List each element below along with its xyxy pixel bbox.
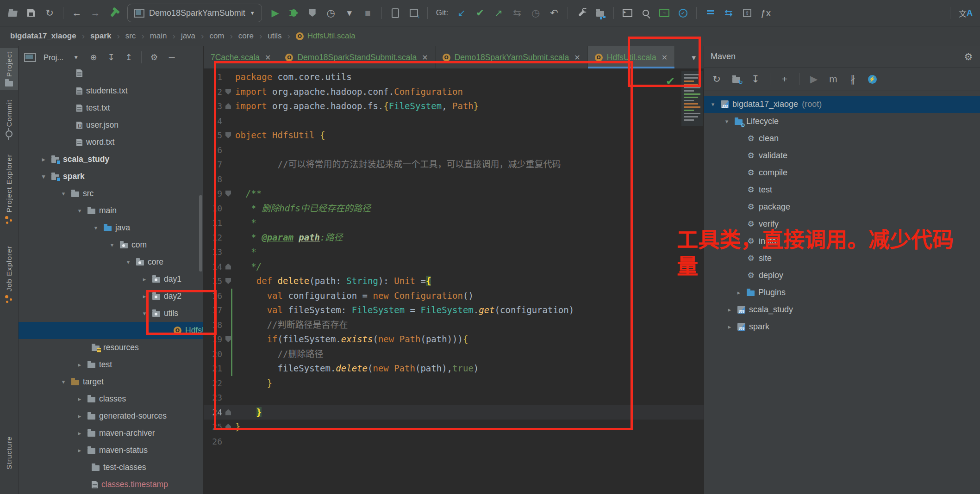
debug-icon[interactable] — [289, 9, 299, 17]
code-line[interactable]: 26 — [204, 434, 704, 449]
breadcrumb-item[interactable]: src — [125, 31, 136, 41]
chevron-right-icon[interactable]: ▸ — [75, 361, 84, 368]
code-line[interactable]: 16 val configuration = new Configuration… — [204, 289, 704, 303]
project-panel-title[interactable]: Proj... — [44, 53, 63, 62]
code-line[interactable]: 6 — [204, 143, 704, 158]
toolwindow-button-structure[interactable]: Structure — [5, 433, 13, 473]
toolwindow-button-project-explorer[interactable]: Project Explorer — [5, 151, 13, 228]
chevron-down-icon[interactable]: ▾ — [39, 173, 48, 180]
chevron-down-icon[interactable]: ▾ — [92, 224, 100, 231]
code-line[interactable]: 5object HdfsUtil { — [204, 128, 704, 143]
search-icon[interactable] — [641, 10, 651, 16]
run-icon[interactable]: ▶ — [270, 7, 281, 19]
code-line[interactable]: 19 if(fileSystem.exists(new Path(path)))… — [204, 332, 704, 347]
maven-run-icon[interactable]: ▶ — [809, 74, 819, 85]
fold-open-icon[interactable] — [225, 278, 231, 284]
close-icon[interactable]: ✕ — [662, 53, 668, 62]
breadcrumb-item[interactable]: com — [209, 31, 224, 41]
code-preview-thumbnail[interactable] — [681, 71, 703, 126]
translate-icon[interactable]: 文A — [959, 7, 973, 19]
wrench-icon[interactable] — [576, 10, 587, 17]
code-line[interactable]: 24 } — [204, 405, 704, 420]
project-structure-icon[interactable] — [595, 10, 605, 17]
save-all-icon[interactable] — [26, 9, 36, 17]
run-config-combo[interactable]: Demo18SparkYarnSubmit▼ — [127, 4, 262, 22]
tree-item[interactable]: word.txt — [19, 134, 203, 151]
chevron-right-icon[interactable]: ▸ — [725, 323, 734, 330]
tree-item[interactable]: ▾src — [19, 185, 203, 202]
compare-icon[interactable]: ⇆ — [724, 7, 734, 19]
chevron-down-icon[interactable]: ▾ — [140, 310, 149, 317]
chevron-right-icon[interactable]: ▸ — [39, 156, 48, 163]
maven-goal-icon[interactable]: m — [828, 74, 838, 85]
undo-icon[interactable]: ↶ — [549, 7, 559, 19]
tree-item[interactable]: install — [704, 233, 980, 250]
tree-item[interactable]: ▸generated-sources — [19, 408, 203, 425]
fold-open-icon[interactable] — [225, 191, 231, 197]
chevron-right-icon[interactable]: ▸ — [140, 293, 149, 300]
package-download-icon[interactable] — [409, 9, 419, 17]
vcs-commit-icon[interactable]: ✔ — [475, 7, 485, 19]
close-icon[interactable]: ✕ — [574, 53, 580, 62]
breadcrumb-item[interactable]: spark — [90, 31, 111, 41]
breadcrumb-item[interactable]: core — [238, 31, 254, 41]
breadcrumb-item[interactable]: main — [150, 31, 167, 41]
code-line[interactable]: 7 //可以将常用的方法封装起来成一个工具，可以直接调用，减少重复代码 — [204, 157, 704, 172]
tree-item[interactable]: students.txt — [19, 82, 203, 99]
chevron-right-icon[interactable]: ▸ — [75, 430, 84, 437]
breadcrumb-item[interactable]: utils — [268, 31, 281, 41]
chevron-down-icon[interactable]: ▾ — [108, 241, 116, 248]
build-hammer-icon[interactable] — [109, 9, 119, 17]
tab-list-chevron-icon[interactable]: ▼ — [684, 54, 704, 62]
hide-panel-icon[interactable]: ─ — [167, 53, 177, 62]
math-function-icon[interactable]: ƒx — [761, 7, 771, 19]
chevron-down-icon[interactable]: ▾ — [59, 378, 68, 385]
code-line[interactable]: 18 //判断路径是否存在 — [204, 318, 704, 333]
tree-item[interactable]: ▾utils — [19, 305, 203, 322]
code-editor[interactable]: 1package com.core.utils2import org.apach… — [204, 69, 704, 494]
tree-item[interactable]: ▾main — [19, 202, 203, 219]
code-line[interactable]: 1package com.core.utils — [204, 70, 704, 85]
tree-item[interactable]: resources — [19, 339, 203, 356]
forward-icon[interactable]: → — [90, 7, 100, 19]
chevron-down-icon[interactable]: ▾ — [75, 207, 84, 214]
attach-process-icon[interactable] — [390, 8, 400, 18]
chevron-down-icon[interactable]: ▼ — [250, 10, 255, 16]
tree-item[interactable]: ▾java — [19, 219, 203, 236]
chevron-down-icon[interactable]: ▾ — [723, 118, 731, 125]
fold-close-icon[interactable] — [225, 409, 231, 415]
chevron-down-icon[interactable]: ▾ — [59, 190, 68, 197]
chevron-down-icon[interactable]: ▼ — [71, 54, 81, 61]
chevron-right-icon[interactable]: ▸ — [75, 395, 84, 402]
fold-open-icon[interactable] — [225, 89, 231, 95]
code-line[interactable]: 15 def delete(path: String): Unit ={ — [204, 274, 704, 289]
editor-tab[interactable]: 7Cache.scala✕ — [204, 46, 278, 68]
inspections-icon[interactable]: ✓ — [678, 9, 688, 18]
tree-item[interactable]: test-classes — [19, 459, 203, 476]
tree-item[interactable]: ▾core — [19, 253, 203, 271]
tree-item[interactable]: package — [704, 198, 980, 216]
tree-item[interactable]: ▾target — [19, 373, 203, 390]
code-line[interactable]: 9 /** — [204, 186, 704, 201]
code-line[interactable]: 14 */ — [204, 259, 704, 274]
tree-item[interactable]: ▸spark — [704, 318, 980, 335]
tree-item[interactable]: test.txt — [19, 99, 203, 117]
history-icon[interactable]: ◷ — [531, 7, 541, 19]
code-line[interactable]: 12 * @param path:路径 — [204, 230, 704, 245]
code-line[interactable]: 11 * — [204, 216, 704, 230]
code-line[interactable]: 20 //删除路径 — [204, 347, 704, 362]
code-line[interactable]: 2import org.apache.hadoop.conf.Configura… — [204, 85, 704, 99]
upload-icon[interactable]: ⇧ — [742, 9, 752, 17]
tree-item[interactable]: ▸day1 — [19, 271, 203, 288]
terminal-icon[interactable] — [622, 9, 632, 17]
run-coverage-icon[interactable] — [307, 9, 318, 17]
toolwindow-button-job-explorer[interactable]: Job Explorer — [5, 242, 13, 308]
tree-item[interactable]: verify — [704, 216, 980, 233]
open-folder-icon[interactable] — [7, 9, 18, 17]
breadcrumb-item[interactable]: bigdata17_xiaoge — [10, 31, 76, 41]
code-line[interactable]: 3import org.apache.hadoop.fs.{FileSystem… — [204, 99, 704, 114]
chevron-right-icon[interactable]: ▸ — [725, 306, 734, 313]
tree-item[interactable]: ▾com — [19, 236, 203, 253]
code-line[interactable]: 25} — [204, 420, 704, 434]
editor-tab[interactable]: HdfsUtil.scala✕ — [588, 46, 675, 68]
